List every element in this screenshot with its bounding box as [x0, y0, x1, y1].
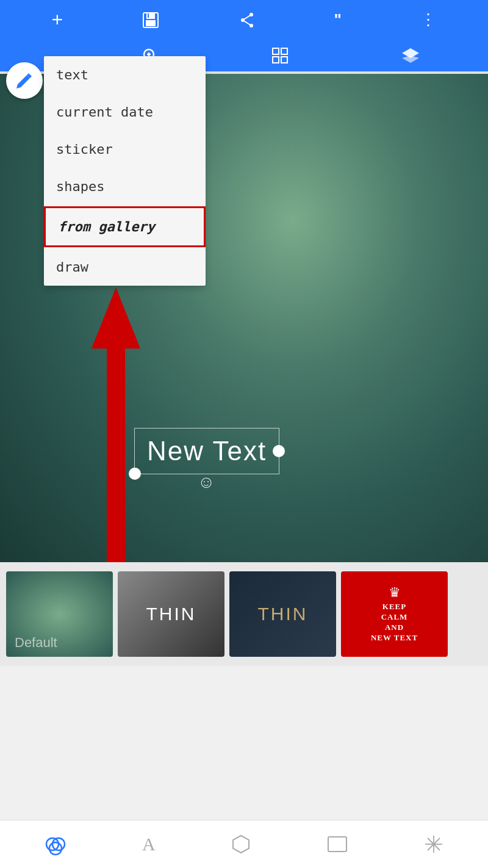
- svg-rect-13: [273, 48, 279, 54]
- bottom-nav: A: [0, 820, 488, 868]
- canvas-text-element[interactable]: New Text ☺: [134, 428, 279, 474]
- toolbar-row1: + ": [0, 0, 488, 40]
- rotate-handle[interactable]: ☺: [198, 472, 217, 492]
- nav-frame-button[interactable]: [326, 834, 348, 855]
- dropdown-menu: text current date sticker shapes from ga…: [44, 56, 206, 286]
- nav-shape-button[interactable]: [231, 834, 251, 855]
- svg-point-22: [49, 842, 62, 855]
- nav-text-button[interactable]: A: [142, 834, 156, 855]
- arrow-annotation: [85, 288, 146, 562]
- svg-rect-24: [328, 837, 346, 852]
- template-strip: Default THIN THIN ♛ KEEPCALMANDNEW TEXT: [0, 562, 488, 666]
- menu-item-sticker[interactable]: sticker: [44, 131, 206, 168]
- menu-item-current-date[interactable]: current date: [44, 93, 206, 131]
- svg-marker-23: [233, 836, 249, 853]
- svg-rect-15: [273, 57, 279, 63]
- template-thin1[interactable]: THIN: [118, 571, 224, 657]
- nav-layers-button[interactable]: [44, 833, 67, 856]
- template-keepcalm[interactable]: ♛ KEEPCALMANDNEW TEXT: [341, 571, 448, 657]
- svg-rect-14: [281, 48, 287, 54]
- grid-button[interactable]: [271, 46, 289, 65]
- resize-handle-right[interactable]: [273, 445, 285, 457]
- more-button[interactable]: ⋮: [420, 10, 437, 29]
- keepcalm-crown-icon: ♛: [389, 585, 401, 601]
- svg-marker-18: [402, 56, 419, 63]
- save-button[interactable]: [142, 11, 160, 29]
- keepcalm-text: KEEPCALMANDNEW TEXT: [371, 602, 418, 643]
- add-button[interactable]: +: [51, 9, 63, 31]
- svg-marker-19: [92, 288, 140, 562]
- nav-effect-button[interactable]: [423, 834, 444, 855]
- share-button[interactable]: [239, 12, 256, 29]
- svg-line-8: [243, 20, 251, 26]
- template-thin2[interactable]: THIN: [229, 571, 336, 657]
- quote-button[interactable]: ": [334, 10, 341, 29]
- svg-rect-3: [148, 13, 149, 18]
- menu-item-from-gallery[interactable]: from gallery: [44, 206, 206, 247]
- template-thin2-label: THIN: [258, 604, 308, 624]
- svg-rect-16: [281, 57, 287, 63]
- edit-button[interactable]: [6, 62, 43, 99]
- menu-item-draw[interactable]: draw: [44, 248, 206, 286]
- menu-item-text[interactable]: text: [44, 56, 206, 93]
- layers-button[interactable]: [401, 46, 420, 65]
- svg-rect-2: [146, 20, 156, 26]
- menu-item-shapes[interactable]: shapes: [44, 168, 206, 205]
- canvas-text-content: New Text: [147, 436, 267, 466]
- template-default[interactable]: Default: [6, 571, 113, 657]
- template-thin1-label: THIN: [146, 604, 196, 624]
- template-default-label: Default: [15, 635, 57, 651]
- svg-line-7: [243, 15, 251, 20]
